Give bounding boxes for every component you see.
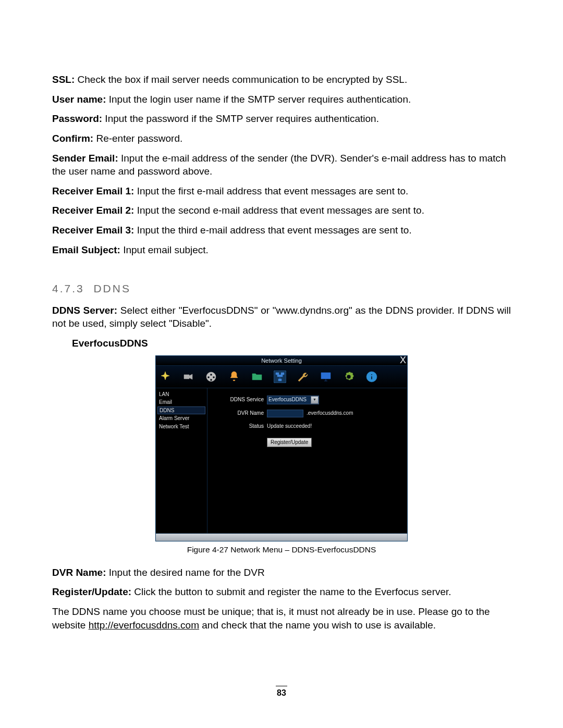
- folder-icon[interactable]: [251, 371, 263, 383]
- select-ddns-service-value: EverfocusDDNS: [268, 396, 307, 403]
- label-ddns-service: DDNS Service: [216, 396, 264, 403]
- para-sender: Sender Email: Input the e-mail address o…: [52, 152, 511, 178]
- subheading-everfocusddns: EverfocusDDNS: [72, 337, 511, 350]
- sparkle-icon[interactable]: [159, 371, 172, 383]
- para-receiver1: Receiver Email 1: Input the first e-mail…: [52, 184, 511, 198]
- para-dvr-name: DVR Name: Input the desired name for the…: [52, 566, 511, 579]
- label-username: User name:: [52, 94, 106, 105]
- dvr-body: LANEmailDDNSAlarm ServerNetwork Test DDN…: [156, 388, 407, 534]
- label-sender: Sender Email:: [52, 153, 118, 164]
- page-number: 83: [0, 686, 563, 699]
- label-subject: Email Subject:: [52, 244, 120, 255]
- sidebar-item-lan[interactable]: LAN: [156, 390, 207, 399]
- row-status: Status Update succeeded!: [216, 423, 399, 430]
- close-icon[interactable]: X: [400, 355, 406, 365]
- monitor-icon[interactable]: [320, 371, 332, 383]
- figure-caption: Figure 4-27 Network Menu – DDNS-Everfocu…: [187, 545, 376, 556]
- reel-icon[interactable]: [205, 371, 217, 383]
- register-update-button[interactable]: Register/Update: [267, 438, 312, 447]
- link-everfocusddns[interactable]: http://everfocusddns.com: [89, 620, 199, 631]
- text-unique-post: and check that the name you wish to use …: [199, 620, 436, 631]
- para-password: Password: Input the password if the SMTP…: [52, 112, 511, 126]
- figure-ddns: Network Setting X LANEmailDDNSAlarm Serv…: [52, 355, 511, 562]
- label-receiver3: Receiver Email 3:: [52, 225, 134, 236]
- network-icon[interactable]: [274, 371, 286, 383]
- dvr-toolbar: [156, 365, 407, 388]
- row-register-button: Register/Update: [216, 438, 399, 447]
- label-password: Password:: [52, 113, 102, 124]
- para-unique: The DDNS name you choose must be unique;…: [52, 605, 511, 632]
- dvr-statusbar: [156, 534, 407, 541]
- section-heading-ddns: 4.7.3 DDNS: [52, 281, 511, 296]
- dvr-window: Network Setting X LANEmailDDNSAlarm Serv…: [155, 355, 408, 541]
- sidebar-item-email[interactable]: Email: [156, 398, 207, 406]
- text-register-update: Click the button to submit and register …: [131, 586, 451, 597]
- text-sender: Input the e-mail address of the sender (…: [52, 153, 506, 177]
- row-ddns-service: DDNS Service EverfocusDDNS ▼: [216, 396, 399, 404]
- camera-icon[interactable]: [182, 371, 194, 383]
- text-receiver1: Input the first e-mail address that even…: [134, 186, 408, 196]
- label-ddns-server: DDNS Server:: [52, 305, 117, 316]
- text-subject: Input email subject.: [120, 244, 209, 255]
- text-dvr-name-post: Input the desired name for the DVR: [106, 567, 264, 578]
- label-ssl: SSL:: [52, 74, 75, 85]
- row-dvr-name: DVR Name .everfocusddns.com: [216, 410, 399, 417]
- label-receiver1: Receiver Email 1:: [52, 186, 134, 196]
- para-username: User name: Input the login user name if …: [52, 93, 511, 106]
- para-receiver2: Receiver Email 2: Input the second e-mai…: [52, 204, 511, 217]
- sidebar-item-ddns[interactable]: DDNS: [157, 406, 205, 415]
- para-subject: Email Subject: Input email subject.: [52, 243, 511, 257]
- para-receiver3: Receiver Email 3: Input the third e-mail…: [52, 224, 511, 237]
- document-page: SSL: Check the box if mail server needs …: [0, 0, 563, 728]
- label-receiver2: Receiver Email 2:: [52, 205, 134, 216]
- text-receiver2: Input the second e-mail address that eve…: [134, 205, 424, 216]
- dvr-main-panel: DDNS Service EverfocusDDNS ▼ DVR Name .e…: [207, 388, 407, 533]
- select-ddns-service[interactable]: EverfocusDDNS ▼: [267, 396, 319, 404]
- wrench-icon[interactable]: [297, 371, 309, 383]
- bell-icon[interactable]: [228, 371, 240, 383]
- label-dvr-name: DVR Name: [216, 410, 264, 417]
- para-register-update: Register/Update: Click the button to sub…: [52, 585, 511, 599]
- text-ssl: Check the box if mail server needs commu…: [75, 74, 407, 85]
- chevron-down-icon: ▼: [311, 396, 319, 404]
- input-dvr-name[interactable]: [267, 410, 303, 417]
- dvr-window-titlebar: Network Setting X: [156, 356, 407, 365]
- text-username: Input the login user name if the SMTP se…: [106, 94, 411, 105]
- dvr-sidebar: LANEmailDDNSAlarm ServerNetwork Test: [156, 388, 207, 533]
- section-title: DDNS: [93, 282, 131, 294]
- text-ddns-server: Select either "EverfocusDDNS" or "www.dy…: [52, 305, 511, 329]
- status-value: Update succeeded!: [267, 423, 312, 430]
- text-password: Input the password if the SMTP server re…: [102, 113, 379, 124]
- label-register-update: Register/Update:: [52, 586, 131, 597]
- gear-icon[interactable]: [342, 371, 355, 383]
- dvr-window-title: Network Setting: [261, 357, 302, 364]
- section-number: 4.7.3: [52, 282, 84, 294]
- para-ssl: SSL: Check the box if mail server needs …: [52, 73, 511, 87]
- para-confirm: Confirm: Re-enter password.: [52, 132, 511, 145]
- sidebar-item-network-test[interactable]: Network Test: [156, 423, 207, 431]
- text-confirm: Re-enter password.: [93, 133, 182, 144]
- para-ddns-server: DDNS Server: Select either "EverfocusDDN…: [52, 304, 511, 330]
- label-confirm: Confirm:: [52, 133, 93, 144]
- info-icon[interactable]: [365, 371, 378, 383]
- sidebar-item-alarm-server[interactable]: Alarm Server: [156, 414, 207, 423]
- text-receiver3: Input the third e-mail address that even…: [134, 225, 411, 236]
- label-status: Status: [216, 423, 264, 430]
- label-dvr-name-post: DVR Name:: [52, 567, 106, 578]
- dvr-name-suffix: .everfocusddns.com: [307, 410, 353, 417]
